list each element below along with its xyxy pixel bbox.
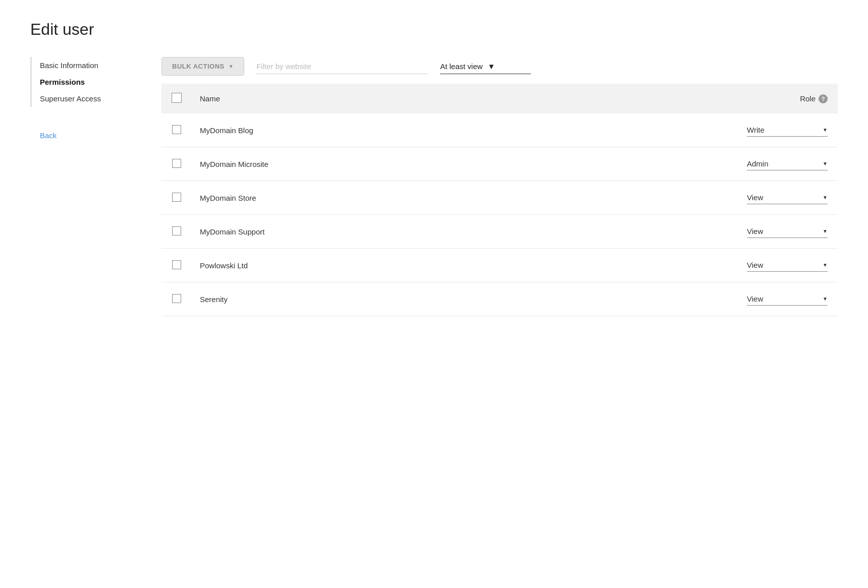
sidebar-item-basic-information[interactable]: Basic Information [32, 57, 146, 74]
row-checkbox-4[interactable] [172, 260, 181, 269]
bulk-actions-button[interactable]: BULK ACTIONS ▼ [161, 57, 244, 76]
sidebar: Basic Information Permissions Superuser … [30, 57, 161, 316]
role-arrow-icon-0: ▼ [823, 127, 828, 133]
role-arrow-icon-4: ▼ [823, 262, 828, 268]
role-arrow-icon-1: ▼ [823, 161, 828, 166]
row-checkbox-cell-4 [161, 249, 192, 282]
content-layout: Basic Information Permissions Superuser … [30, 57, 838, 316]
row-role-cell-4: View ▼ [490, 249, 838, 282]
role-value-5: View [747, 295, 763, 303]
select-all-checkbox[interactable] [172, 93, 182, 103]
header-role-col: Role ? [490, 84, 838, 113]
role-value-0: Write [747, 126, 765, 134]
role-select-1[interactable]: Admin ▼ [747, 157, 828, 170]
row-name-1: MyDomain Microsite [192, 147, 490, 181]
table-header: Name Role ? [161, 84, 838, 113]
permissions-table: Name Role ? MyDomain Blog [161, 84, 838, 316]
main-content: BULK ACTIONS ▼ At least view ▼ [161, 57, 838, 316]
row-name-0: MyDomain Blog [192, 113, 490, 147]
role-select-0[interactable]: Write ▼ [747, 124, 828, 137]
filter-website-input[interactable] [256, 59, 428, 74]
row-checkbox-cell-2 [161, 181, 192, 215]
table-row: Serenity View ▼ [161, 282, 838, 316]
row-checkbox-cell-1 [161, 147, 192, 181]
row-checkbox-3[interactable] [172, 226, 181, 236]
page-title: Edit user [30, 20, 838, 39]
row-role-cell-1: Admin ▼ [490, 147, 838, 181]
row-role-cell-2: View ▼ [490, 181, 838, 215]
table-row: MyDomain Support View ▼ [161, 215, 838, 249]
back-button[interactable]: Back [40, 131, 57, 140]
role-select-2[interactable]: View ▼ [747, 191, 828, 204]
header-checkbox-cell [161, 84, 192, 113]
row-checkbox-cell-3 [161, 215, 192, 249]
bulk-actions-chevron-icon: ▼ [229, 64, 234, 69]
role-value-3: View [747, 227, 763, 236]
row-checkbox-1[interactable] [172, 159, 181, 168]
table-row: MyDomain Store View ▼ [161, 181, 838, 215]
role-select-4[interactable]: View ▼ [747, 259, 828, 272]
role-arrow-icon-3: ▼ [823, 228, 828, 234]
row-name-5: Serenity [192, 282, 490, 316]
row-checkbox-2[interactable] [172, 193, 181, 202]
header-name-col: Name [192, 84, 490, 113]
role-filter-arrow-icon: ▼ [487, 62, 531, 71]
role-filter-select[interactable]: At least view ▼ [440, 59, 531, 74]
table-row: MyDomain Microsite Admin ▼ [161, 147, 838, 181]
row-checkbox-5[interactable] [172, 294, 181, 303]
row-name-3: MyDomain Support [192, 215, 490, 249]
sidebar-nav: Basic Information Permissions Superuser … [30, 57, 146, 107]
back-link: Back [30, 131, 146, 140]
role-select-3[interactable]: View ▼ [747, 225, 828, 238]
row-name-2: MyDomain Store [192, 181, 490, 215]
row-role-cell-0: Write ▼ [490, 113, 838, 147]
sidebar-item-superuser-access[interactable]: Superuser Access [32, 90, 146, 107]
table-row: MyDomain Blog Write ▼ [161, 113, 838, 147]
table-body: MyDomain Blog Write ▼ MyDomain Microsite… [161, 113, 838, 316]
role-value-4: View [747, 261, 763, 269]
role-value-2: View [747, 193, 763, 202]
role-help-icon[interactable]: ? [819, 94, 828, 103]
sidebar-item-permissions[interactable]: Permissions [32, 74, 146, 90]
row-checkbox-cell-5 [161, 282, 192, 316]
row-checkbox-0[interactable] [172, 125, 181, 134]
role-arrow-icon-5: ▼ [823, 296, 828, 302]
role-arrow-icon-2: ▼ [823, 195, 828, 200]
row-checkbox-cell-0 [161, 113, 192, 147]
toolbar: BULK ACTIONS ▼ At least view ▼ [161, 57, 838, 76]
row-role-cell-5: View ▼ [490, 282, 838, 316]
role-select-5[interactable]: View ▼ [747, 292, 828, 306]
row-role-cell-3: View ▼ [490, 215, 838, 249]
table-row: Powlowski Ltd View ▼ [161, 249, 838, 282]
role-value-1: Admin [747, 159, 769, 168]
row-name-4: Powlowski Ltd [192, 249, 490, 282]
page-container: Edit user Basic Information Permissions … [0, 0, 868, 588]
